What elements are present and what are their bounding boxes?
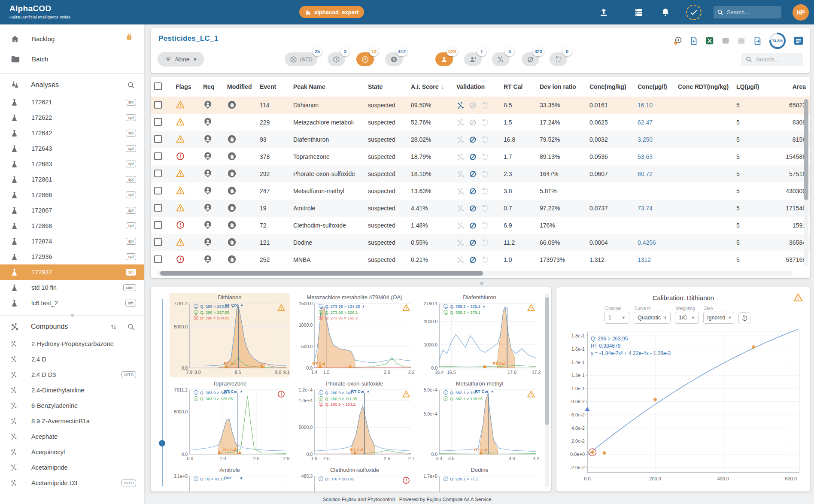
chromatogram-panel[interactable]: Dithianon7781.25000.00.07.98.08.59.09.11… bbox=[170, 293, 290, 377]
filter-chip-rejected[interactable]: 412 bbox=[385, 52, 403, 66]
chromatogram-panel[interactable]: Phorate-oxon-sulfoxide1.2e+41.0e+45000.0… bbox=[295, 380, 415, 464]
validate-detected-icon[interactable] bbox=[456, 101, 465, 110]
analysis-list-item[interactable]: 172936 spl bbox=[0, 249, 144, 264]
upload-icon[interactable] bbox=[598, 7, 609, 18]
validate-not-detected-icon[interactable] bbox=[468, 101, 477, 110]
validate-detected-icon[interactable] bbox=[456, 118, 465, 127]
compound-list-item[interactable]: 2.4 D D3 ISTD bbox=[0, 367, 144, 383]
validate-detected-icon[interactable] bbox=[456, 135, 465, 144]
list-view-icon[interactable] bbox=[737, 36, 746, 46]
sidebar-item-batch[interactable]: Batch bbox=[0, 49, 144, 69]
compound-list-item[interactable]: 2.4-Dimethylaniline bbox=[0, 383, 144, 398]
peak-name-cell[interactable]: Topramezone bbox=[293, 153, 368, 160]
row-checkbox[interactable] bbox=[154, 221, 162, 229]
horizontal-scrollbar[interactable] bbox=[157, 271, 792, 276]
sort-icon[interactable] bbox=[109, 323, 118, 331]
chromatogram-panel[interactable]: Diafenthiuron2780.12000.01000.00.016.416… bbox=[419, 293, 540, 377]
col-validation[interactable]: Validation bbox=[456, 83, 504, 90]
archive-icon[interactable] bbox=[721, 36, 730, 46]
validate-detected-icon[interactable] bbox=[456, 204, 465, 213]
table-search-input[interactable] bbox=[756, 56, 799, 63]
filter-chip-suspected[interactable]: ? 13 bbox=[356, 52, 374, 66]
peak-name-cell[interactable]: Clethodim-sulfoxide bbox=[293, 222, 368, 229]
validate-detected-icon[interactable] bbox=[456, 238, 465, 247]
conc-ug-link[interactable]: 1312 bbox=[638, 256, 678, 263]
col-ai-score[interactable]: A.I. Score↓ bbox=[411, 83, 456, 90]
filter-chip-istd[interactable]: ISTD 25 bbox=[285, 52, 317, 66]
location-status-icon[interactable] bbox=[673, 36, 683, 46]
sidebar-item-backlog[interactable]: Backlog bbox=[0, 29, 144, 49]
reset-calibration-button[interactable] bbox=[738, 312, 750, 324]
validate-history-icon[interactable] bbox=[480, 101, 489, 110]
global-search-input[interactable] bbox=[727, 9, 774, 15]
row-checkbox[interactable] bbox=[154, 101, 162, 109]
validate-check-icon[interactable] bbox=[686, 5, 702, 20]
validate-history-icon[interactable] bbox=[480, 255, 489, 264]
filter-chip-analyst[interactable]: 428 bbox=[435, 52, 453, 66]
compound-list-item[interactable]: 8.9.Z-AvermectinB1a bbox=[0, 413, 144, 429]
col-modified[interactable]: Modified bbox=[227, 83, 260, 90]
compound-list-item[interactable]: 6-Benzyladenine bbox=[0, 398, 144, 413]
export-report-icon[interactable] bbox=[753, 36, 762, 46]
table-row[interactable]: 292 Phorate-oxon-sulfoxide suspected 18.… bbox=[151, 165, 810, 182]
peak-name-cell[interactable]: Metsulfuron-methyl bbox=[293, 188, 368, 194]
analysis-list-item[interactable]: 172643 spl bbox=[0, 141, 144, 156]
conc-ug-link[interactable]: 62.47 bbox=[638, 119, 678, 126]
analysis-list-item[interactable]: 172867 spl bbox=[0, 203, 144, 218]
validate-detected-icon[interactable] bbox=[456, 187, 465, 196]
analysis-list-item[interactable]: 172683 spl bbox=[0, 156, 144, 172]
filter-chip-analyst-alert[interactable]: 1 bbox=[464, 52, 482, 66]
table-row[interactable]: 72 Clethodim-sulfoxide suspected 1.48% 6… bbox=[151, 217, 810, 234]
table-row[interactable]: 114 Dithianon suspected 89.50% 8.5 33.35… bbox=[151, 97, 810, 114]
col-event[interactable]: Event bbox=[260, 83, 293, 90]
col-rt-cal[interactable]: RT Cal bbox=[504, 83, 540, 90]
conc-ug-link[interactable]: 3.250 bbox=[638, 136, 678, 143]
col-area[interactable]: Area bbox=[770, 83, 806, 90]
conc-ug-link[interactable]: 73.74 bbox=[638, 205, 678, 212]
table-row[interactable]: 247 Metsulfuron-methyl suspected 13.63% … bbox=[151, 182, 810, 200]
validate-not-detected-icon[interactable] bbox=[468, 187, 477, 196]
peak-name-cell[interactable]: Phorate-oxon-sulfoxide bbox=[293, 170, 368, 177]
filter-chip-molecule[interactable]: 4 bbox=[492, 52, 510, 66]
validate-history-icon[interactable] bbox=[480, 118, 489, 127]
table-search[interactable] bbox=[741, 53, 803, 66]
table-row[interactable]: 229 Metazachlore metaboli suspected 52.7… bbox=[151, 114, 810, 131]
notifications-bell-icon[interactable] bbox=[660, 7, 671, 18]
chromatogram-panel[interactable]: Metsulfuron-methyl8.0e+45.0e+40.03.43.54… bbox=[419, 380, 540, 464]
validate-history-icon[interactable] bbox=[480, 204, 489, 213]
col-req[interactable]: Req bbox=[203, 83, 227, 90]
zoom-slider-track[interactable] bbox=[162, 299, 163, 486]
analysis-list-item[interactable]: 172937 spl bbox=[0, 264, 144, 280]
zoom-slider-handle[interactable] bbox=[159, 440, 165, 446]
chromatogram-panel[interactable]: Metazachlore metabolite 479M04 (OA)1500.… bbox=[295, 293, 415, 377]
conc-ug-link[interactable]: 16.10 bbox=[638, 102, 678, 109]
validate-not-detected-icon[interactable] bbox=[468, 118, 477, 127]
validate-detected-icon[interactable] bbox=[456, 221, 465, 230]
row-checkbox[interactable] bbox=[154, 170, 162, 177]
compound-list-item[interactable]: Acetamipride D3 ISTD bbox=[0, 475, 144, 491]
compound-list-item[interactable]: Acetamipride bbox=[0, 460, 144, 475]
compound-list-item[interactable]: Acephate bbox=[0, 429, 144, 444]
compound-list-item[interactable]: 2.4 D bbox=[0, 352, 144, 367]
peak-name-cell[interactable]: Diafenthiuron bbox=[293, 136, 368, 143]
validate-not-detected-icon[interactable] bbox=[468, 238, 477, 247]
row-checkbox[interactable] bbox=[154, 135, 162, 143]
filter-chip-not-detected[interactable]: 423 bbox=[522, 52, 539, 66]
validate-not-detected-icon[interactable] bbox=[468, 221, 477, 230]
analysis-list-item[interactable]: 172621 spl bbox=[0, 94, 144, 110]
chromatogram-panel[interactable]: Clethodim-sulfoxide485.31Q: 376 > 206.05 bbox=[295, 466, 415, 492]
peak-name-cell[interactable]: Dodine bbox=[293, 239, 368, 246]
analysis-list-item[interactable]: 172866 spl bbox=[0, 187, 144, 203]
validate-history-icon[interactable] bbox=[480, 170, 489, 179]
conc-ug-link[interactable]: 0.4256 bbox=[638, 239, 678, 246]
validate-not-detected-icon[interactable] bbox=[468, 152, 477, 161]
col-lq[interactable]: LQ(µg/l) bbox=[736, 83, 770, 90]
col-dev-ion-ratio[interactable]: Dev ion ratio bbox=[540, 83, 589, 90]
analysis-list-item[interactable]: 172874 spl bbox=[0, 234, 144, 249]
select-all-checkbox[interactable] bbox=[154, 82, 162, 90]
channel-select[interactable]: Channel 1▼ bbox=[604, 306, 629, 324]
validate-not-detected-icon[interactable] bbox=[468, 255, 477, 264]
queue-list-icon[interactable] bbox=[634, 7, 644, 18]
table-row[interactable]: 252 MNBA suspected 0.21% 1.0 173973% 1.3… bbox=[151, 251, 810, 268]
validate-not-detected-icon[interactable] bbox=[468, 135, 477, 144]
